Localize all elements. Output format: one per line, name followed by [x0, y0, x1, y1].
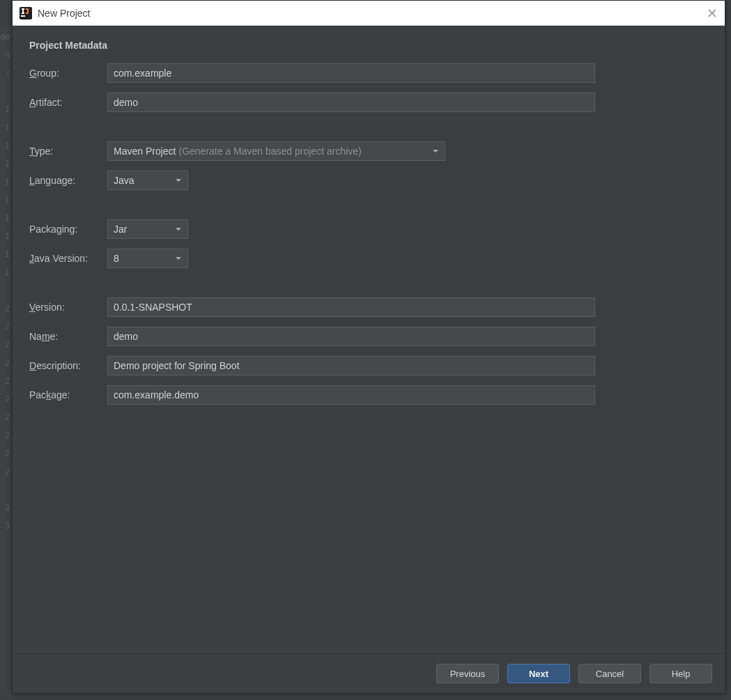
chevron-down-icon [175, 175, 182, 186]
language-select-value: Java [114, 175, 134, 186]
language-label: Language: [29, 175, 107, 186]
packaging-label: Packaging: [29, 224, 107, 235]
packaging-select-value: Jar [114, 224, 127, 235]
type-label: Type: [29, 146, 107, 157]
artifact-label: Artifact: [29, 97, 107, 108]
close-icon[interactable] [707, 8, 718, 19]
name-input[interactable] [107, 327, 595, 346]
package-label: Package: [29, 389, 107, 400]
chevron-down-icon [432, 146, 439, 157]
section-title: Project Metadata [29, 40, 708, 51]
intellij-icon [20, 7, 32, 20]
description-input[interactable] [107, 356, 595, 375]
type-select-value: Maven Project [114, 146, 176, 157]
editor-gutter: denr1111 1111112 22222222 233 [0, 28, 11, 697]
version-input[interactable] [107, 297, 595, 317]
java-version-select-value: 8 [114, 253, 119, 264]
package-input[interactable] [107, 385, 595, 405]
dialog-footer: Previous Next Cancel Help [13, 653, 725, 693]
type-select-hint: (Generate a Maven based project archive) [178, 146, 361, 157]
dialog-content: Project Metadata Group: Artifact: Type: … [13, 26, 725, 653]
help-button[interactable]: Help [649, 664, 712, 683]
previous-button[interactable]: Previous [436, 664, 499, 683]
group-label: Group: [29, 68, 107, 79]
chevron-down-icon [175, 224, 182, 235]
new-project-dialog: New Project Project Metadata Group: Arti… [12, 0, 725, 694]
cancel-button[interactable]: Cancel [578, 664, 641, 683]
dialog-title: New Project [38, 8, 90, 19]
next-button[interactable]: Next [507, 664, 570, 683]
svg-rect-1 [21, 15, 25, 17]
group-input[interactable] [107, 63, 595, 83]
chevron-down-icon [175, 253, 182, 264]
name-label: Name: [29, 331, 107, 342]
description-label: Description: [29, 360, 107, 371]
java-version-select[interactable]: 8 [107, 249, 188, 268]
artifact-input[interactable] [107, 93, 595, 112]
language-select[interactable]: Java [107, 171, 188, 190]
packaging-select[interactable]: Jar [107, 219, 188, 239]
type-select[interactable]: Maven Project (Generate a Maven based pr… [107, 141, 445, 161]
version-label: Version: [29, 302, 107, 313]
dialog-titlebar[interactable]: New Project [13, 1, 725, 26]
java-version-label: Java Version: [29, 253, 107, 264]
project-metadata-form: Group: Artifact: Type: Maven Project (Ge… [29, 63, 708, 405]
